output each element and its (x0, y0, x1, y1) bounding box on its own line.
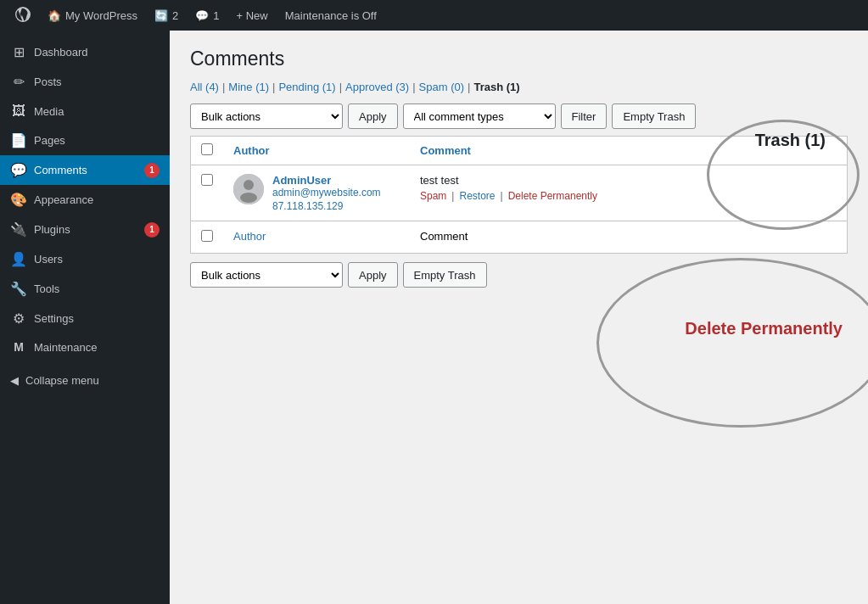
table-footer-row: Author Comment (191, 221, 848, 254)
author-header[interactable]: Author (223, 137, 410, 165)
sidebar-item-settings[interactable]: ⚙ Settings (0, 304, 170, 333)
bulk-actions-dropdown-top[interactable]: Bulk actions (190, 103, 343, 129)
sidebar-item-pages[interactable]: 📄 Pages (0, 126, 170, 155)
new-label: + New (236, 9, 267, 22)
filter-spam[interactable]: Spam (0) (419, 81, 464, 93)
comments-nav-icon: 💬 (10, 162, 27, 178)
comments-button[interactable]: 💬 1 (187, 0, 227, 31)
author-ip[interactable]: 87.118.135.129 (272, 200, 381, 212)
top-toolbar: Bulk actions Apply All comment types Fil… (190, 103, 848, 129)
dashboard-icon: ⊞ (10, 44, 27, 60)
sidebar-item-plugins[interactable]: 🔌 Plugins 1 (0, 215, 170, 244)
comment-cell: test test Spam | Restore | Delete Perman… (410, 165, 848, 221)
row-checkbox[interactable] (201, 174, 213, 186)
sidebar: ⊞ Dashboard ✏ Posts 🖼 Media 📄 Pages 💬 Co… (0, 31, 170, 604)
updates-button[interactable]: 🔄 2 (146, 0, 187, 31)
sidebar-item-label: Tools (34, 282, 160, 295)
sidebar-item-dashboard[interactable]: ⊞ Dashboard (0, 37, 170, 67)
maintenance-icon: M (10, 340, 27, 354)
settings-icon: ⚙ (10, 310, 27, 327)
sidebar-item-users[interactable]: 👤 Users (0, 244, 170, 274)
table-row: AdminUser admin@mywebsite.com 87.118.135… (191, 165, 848, 221)
filter-links: All (4) | Mine (1) | Pending (1) | Appro… (190, 81, 848, 93)
empty-trash-button-bottom[interactable]: Empty Trash (403, 262, 487, 288)
sidebar-item-comments[interactable]: 💬 Comments 1 (0, 155, 170, 185)
page-title: Comments (190, 48, 848, 70)
author-email[interactable]: admin@mywebsite.com (272, 187, 381, 199)
plugins-icon: 🔌 (10, 221, 27, 238)
svg-point-1 (244, 180, 254, 190)
action-sep: | (451, 190, 454, 202)
updates-icon: 🔄 (154, 9, 168, 22)
filter-mine[interactable]: Mine (1) (228, 81, 269, 93)
new-button[interactable]: + New (227, 0, 276, 31)
comment-actions: Spam | Restore | Delete Permanently (420, 190, 837, 202)
bulk-actions-dropdown-bottom[interactable]: Bulk actions (190, 262, 343, 288)
sidebar-item-label: Appearance (34, 193, 160, 206)
sidebar-item-label: Plugins (34, 223, 137, 236)
sidebar-item-label: Comments (34, 164, 137, 176)
sidebar-item-maintenance[interactable]: M Maintenance (0, 333, 170, 361)
filter-pending[interactable]: Pending (1) (278, 81, 335, 93)
sidebar-item-tools[interactable]: 🔧 Tools (0, 274, 170, 304)
site-name-button[interactable]: 🏠 My WordPress (39, 0, 146, 31)
plugins-badge: 1 (144, 222, 160, 238)
filter-trash-active: Trash (1) (473, 81, 519, 93)
author-info: AdminUser admin@mywebsite.com 87.118.135… (272, 174, 381, 212)
sidebar-item-media[interactable]: 🖼 Media (0, 97, 170, 126)
comments-badge: 1 (144, 163, 160, 178)
filter-approved[interactable]: Approved (3) (345, 81, 409, 93)
row-checkbox-cell (191, 165, 224, 221)
updates-count: 2 (172, 9, 178, 22)
author-name[interactable]: AdminUser (272, 174, 381, 187)
media-icon: 🖼 (10, 103, 27, 119)
pages-icon: 📄 (10, 132, 27, 148)
collapse-icon: ◀ (10, 374, 19, 387)
comment-text: test test (420, 174, 837, 187)
spam-action[interactable]: Spam (420, 190, 446, 202)
sidebar-item-label: Users (34, 253, 160, 266)
admin-bar: 🏠 My WordPress 🔄 2 💬 1 + New Maintenance… (0, 0, 868, 31)
main-layout: ⊞ Dashboard ✏ Posts 🖼 Media 📄 Pages 💬 Co… (0, 31, 868, 604)
maintenance-label: Maintenance is Off (285, 9, 377, 22)
bottom-toolbar: Bulk actions Apply Empty Trash (190, 262, 848, 288)
posts-icon: ✏ (10, 74, 27, 90)
apply-button-bottom[interactable]: Apply (348, 262, 398, 288)
footer-author-header: Author (223, 221, 410, 254)
sidebar-item-label: Pages (34, 134, 160, 147)
svg-point-2 (240, 193, 257, 203)
action-sep2: | (501, 190, 503, 202)
restore-action[interactable]: Restore (459, 190, 495, 202)
avatar (233, 174, 264, 204)
tools-icon: 🔧 (10, 281, 27, 297)
footer-comment-header: Comment (410, 221, 848, 254)
apply-button-top[interactable]: Apply (348, 103, 398, 129)
filter-button[interactable]: Filter (561, 103, 608, 129)
sidebar-item-label: Media (34, 105, 160, 118)
collapse-menu-button[interactable]: ◀ Collapse menu (0, 367, 170, 394)
filter-all[interactable]: All (4) (190, 81, 219, 93)
comments-count: 1 (213, 9, 219, 22)
sidebar-item-label: Maintenance (34, 341, 160, 354)
sidebar-item-label: Settings (34, 312, 160, 325)
wp-logo-button[interactable] (7, 0, 39, 31)
empty-trash-button-top[interactable]: Empty Trash (612, 103, 696, 129)
comment-type-dropdown[interactable]: All comment types (403, 103, 556, 129)
comments-icon: 💬 (195, 9, 209, 22)
users-icon: 👤 (10, 251, 27, 267)
annotation-text-delete: Delete Permanently (685, 319, 843, 338)
sidebar-item-label: Dashboard (34, 46, 160, 59)
annotation-text-trash: Trash (1) (755, 131, 826, 150)
content-area: Comments All (4) | Mine (1) | Pending (1… (170, 31, 868, 604)
footer-select-all[interactable] (201, 230, 213, 242)
sidebar-item-appearance[interactable]: 🎨 Appearance (0, 185, 170, 215)
delete-permanently-action[interactable]: Delete Permanently (508, 190, 597, 202)
select-all-checkbox[interactable] (201, 143, 213, 155)
sidebar-item-label: Posts (34, 76, 160, 88)
comments-table: Author Comment (190, 136, 848, 254)
footer-checkbox-cell (191, 221, 224, 254)
maintenance-status[interactable]: Maintenance is Off (277, 0, 385, 31)
home-icon: 🏠 (48, 9, 61, 22)
sidebar-item-posts[interactable]: ✏ Posts (0, 67, 170, 97)
select-all-header (191, 137, 224, 165)
